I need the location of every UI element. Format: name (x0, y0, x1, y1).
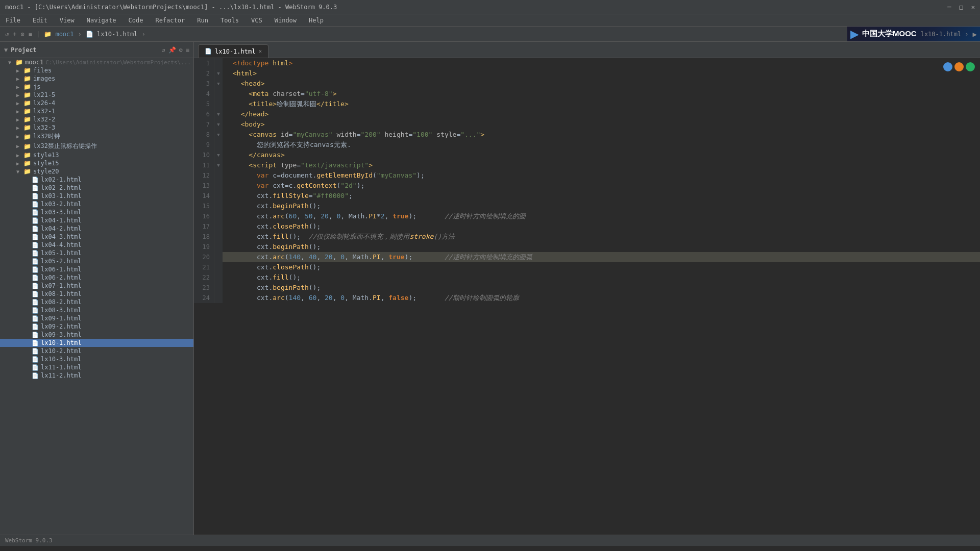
line-content-14[interactable]: cxt.fillStyle="#ff0000"; (223, 191, 980, 201)
tree-folder-style20[interactable]: ▼ 📁 style20 (0, 167, 193, 176)
maximize-button[interactable]: □ (960, 4, 963, 11)
tree-file-lx04-4[interactable]: 📄 lx04-4.html (0, 241, 193, 249)
menu-code[interactable]: Code (126, 16, 146, 25)
sidebar-pin-icon[interactable]: 📌 (168, 46, 176, 54)
menu-run[interactable]: Run (194, 16, 211, 25)
menu-tools[interactable]: Tools (217, 16, 242, 25)
tree-folder-lx26-4[interactable]: ▶ 📁 lx26-4 (0, 99, 193, 107)
line-content-18[interactable]: cxt.fill(); //仅仅绘制轮廓而不填充，则使用stroke()方法 (223, 232, 980, 242)
toolbar-icon-add[interactable]: + (13, 31, 16, 38)
tree-file-lx03-2[interactable]: 📄 lx03-2.html (0, 200, 193, 208)
fold-6[interactable]: ▼ (214, 109, 223, 119)
menu-refactor[interactable]: Refactor (152, 16, 188, 25)
right-icon-orange[interactable] (954, 62, 964, 71)
fold-11[interactable]: ▼ (214, 160, 223, 170)
tree-folder-style13[interactable]: ▶ 📁 style13 (0, 151, 193, 159)
tree-file-lx06-1[interactable]: 📄 lx06-1.html (0, 265, 193, 273)
line-content-4[interactable]: <meta charset="utf-8"> (223, 89, 980, 99)
fold-7[interactable]: ▼ (214, 119, 223, 130)
tree-file-lx07-1[interactable]: 📄 lx07-1.html (0, 282, 193, 290)
menu-file[interactable]: File (3, 16, 23, 25)
project-collapse-icon[interactable]: ▼ (4, 46, 8, 54)
tree-file-lx08-1[interactable]: 📄 lx08-1.html (0, 290, 193, 298)
line-content-1[interactable]: <!doctype html> (223, 58, 980, 68)
line-content-21[interactable]: cxt.closePath(); (223, 262, 980, 272)
line-content-24[interactable]: cxt.arc(140, 60, 20, 0, Math.PI, false);… (223, 293, 980, 303)
tree-file-lx04-1[interactable]: 📄 lx04-1.html (0, 216, 193, 224)
tree-file-lx04-3[interactable]: 📄 lx04-3.html (0, 233, 193, 241)
line-content-2[interactable]: <html> (223, 68, 980, 79)
tree-folder-images[interactable]: ▶ 📁 images (0, 74, 193, 83)
menu-navigate[interactable]: Navigate (84, 16, 119, 25)
menu-help[interactable]: Help (306, 16, 327, 25)
tree-file-lx03-1[interactable]: 📄 lx03-1.html (0, 192, 193, 200)
toolbar-icon-more[interactable]: ≡ (29, 31, 32, 38)
line-content-16[interactable]: cxt.arc(60, 50, 20, 0, Math.PI*2, true);… (223, 211, 980, 221)
tab-close-button[interactable]: ✕ (258, 48, 262, 55)
tree-file-lx11-1[interactable]: 📄 lx11-1.html (0, 363, 193, 371)
breadcrumb-file[interactable]: 📄 lx10-1.html (86, 31, 138, 38)
mooc-play-icon[interactable]: ▶ (973, 30, 977, 38)
tree-file-lx10-2[interactable]: 📄 lx10-2.html (0, 347, 193, 355)
tree-folder-lx32-3[interactable]: ▶ 📁 lx32-3 (0, 123, 193, 132)
menu-window[interactable]: Window (272, 16, 300, 25)
sidebar-refresh-icon[interactable]: ↺ (161, 46, 165, 54)
line-content-3[interactable]: <head> (223, 79, 980, 89)
tree-file-lx03-3[interactable]: 📄 lx03-3.html (0, 208, 193, 216)
tab-lx10-1[interactable]: 📄 lx10-1.html ✕ (198, 44, 268, 58)
toolbar-icon-refresh[interactable]: ↺ (5, 31, 9, 38)
tree-file-lx10-3[interactable]: 📄 lx10-3.html (0, 355, 193, 363)
tree-folder-files[interactable]: ▶ 📁 files (0, 66, 193, 74)
tree-folder-lx32-1[interactable]: ▶ 📁 lx32-1 (0, 107, 193, 115)
menu-view[interactable]: View (57, 16, 78, 25)
line-content-11[interactable]: <script type="text/javascript"> (223, 160, 980, 170)
tree-file-lx09-3[interactable]: 📄 lx09-3.html (0, 331, 193, 339)
code-editor[interactable]: 1 <!doctype html> 2 ▼ <html> 3 ▼ <head> … (194, 58, 980, 535)
tree-root-mooc1[interactable]: ▼ 📁 mooc1 C:\Users\Administrator\Webstor… (0, 58, 193, 66)
tree-file-lx09-1[interactable]: 📄 lx09-1.html (0, 314, 193, 322)
tree-folder-lx32-2[interactable]: ▶ 📁 lx32-2 (0, 115, 193, 123)
tree-file-lx11-2[interactable]: 📄 lx11-2.html (0, 371, 193, 380)
tree-folder-lx32clock[interactable]: ▶ 📁 lx32时钟 (0, 132, 193, 141)
tree-folder-lx32mouse[interactable]: ▶ 📁 lx32禁止鼠标右键操作 (0, 141, 193, 151)
line-content-8[interactable]: <canvas id="myCanvas" width="200" height… (223, 130, 980, 140)
close-button[interactable]: ✕ (971, 4, 975, 11)
right-icon-green[interactable] (966, 62, 975, 71)
line-content-5[interactable]: <title>绘制圆弧和圆</title> (223, 99, 980, 109)
line-content-7[interactable]: <body> (223, 119, 980, 130)
tree-file-lx08-3[interactable]: 📄 lx08-3.html (0, 306, 193, 314)
minimize-button[interactable]: ─ (947, 4, 951, 11)
line-content-22[interactable]: cxt.fill(); (223, 272, 980, 283)
tree-file-lx04-2[interactable]: 📄 lx04-2.html (0, 224, 193, 233)
line-content-6[interactable]: </head> (223, 109, 980, 119)
tree-folder-lx21-5[interactable]: ▶ 📁 lx21-5 (0, 91, 193, 99)
right-icon-blue[interactable] (943, 62, 952, 71)
tree-file-lx08-2[interactable]: 📄 lx08-2.html (0, 298, 193, 306)
sidebar-gear-icon[interactable]: ⚙ (179, 46, 183, 54)
tree-file-lx06-2[interactable]: 📄 lx06-2.html (0, 273, 193, 282)
breadcrumb-root[interactable]: 📁 mooc1 (44, 31, 74, 38)
fold-2[interactable]: ▼ (214, 68, 223, 79)
tree-file-lx09-2[interactable]: 📄 lx09-2.html (0, 322, 193, 331)
tree-folder-js[interactable]: ▶ 📁 js (0, 83, 193, 91)
fold-8[interactable]: ▼ (214, 130, 223, 140)
tree-file-lx02-2[interactable]: 📄 lx02-2.html (0, 184, 193, 192)
fold-3[interactable]: ▼ (214, 79, 223, 89)
line-content-23[interactable]: cxt.beginPath(); (223, 283, 980, 293)
sidebar-menu-icon[interactable]: ≡ (186, 46, 189, 54)
line-content-17[interactable]: cxt.closePath(); (223, 221, 980, 232)
tree-file-lx02-1[interactable]: 📄 lx02-1.html (0, 176, 193, 184)
tree-file-lx05-1[interactable]: 📄 lx05-1.html (0, 249, 193, 257)
menu-edit[interactable]: Edit (30, 16, 51, 25)
tree-folder-style15[interactable]: ▶ 📁 style15 (0, 159, 193, 167)
line-content-20[interactable]: cxt.arc(140, 40, 20, 0, Math.PI, true); … (223, 252, 980, 262)
line-content-10[interactable]: </canvas> (223, 150, 980, 160)
tree-file-lx10-1[interactable]: 📄 lx10-1.html (0, 339, 193, 347)
tree-file-lx05-2[interactable]: 📄 lx05-2.html (0, 257, 193, 265)
line-content-13[interactable]: var cxt=c.getContext("2d"); (223, 181, 980, 191)
toolbar-icon-settings[interactable]: ⚙ (20, 31, 24, 38)
line-content-9[interactable]: 您的浏览器不支持canvas元素. (223, 140, 980, 150)
line-content-15[interactable]: cxt.beginPath(); (223, 201, 980, 211)
fold-10[interactable]: ▼ (214, 150, 223, 160)
menu-vcs[interactable]: VCS (248, 16, 265, 25)
